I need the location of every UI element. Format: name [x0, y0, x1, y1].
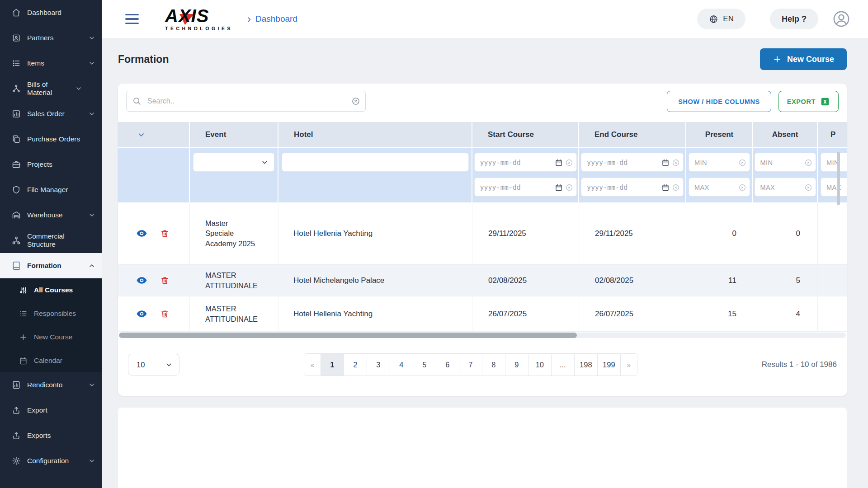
page-button[interactable]: 7 — [459, 353, 482, 376]
breadcrumb[interactable]: › Dashboard — [247, 14, 297, 24]
sidebar-item-label: Export — [27, 406, 95, 414]
brand-logo[interactable]: AXIS TECHNOLOGIES — [165, 7, 233, 31]
partial-max-input[interactable] — [821, 178, 847, 197]
page-button[interactable]: 10 — [528, 353, 552, 376]
sidebar-item-label: File Manager — [27, 186, 95, 194]
header-partial[interactable]: P — [818, 122, 847, 148]
sidebar-item-label: Formation — [27, 262, 82, 270]
page-button[interactable]: 198 — [574, 353, 598, 376]
sidebar-item-label: Purchase Orders — [27, 135, 95, 143]
vertical-scrollbar-thumb[interactable] — [837, 152, 840, 205]
briefcase-icon — [12, 160, 21, 169]
sliders-icon — [19, 286, 28, 295]
sidebar-item-formation[interactable]: Formation — [0, 253, 102, 278]
sidebar-item-configuration[interactable]: Configuration — [0, 448, 102, 474]
sidebar-item-dashboard[interactable]: Dashboard — [0, 0, 102, 25]
submenu-item-calendar[interactable]: Calendar — [0, 349, 102, 372]
page-button[interactable]: 2 — [344, 353, 367, 376]
calendar-icon[interactable] — [555, 183, 563, 192]
calendar-icon[interactable] — [661, 159, 670, 167]
submenu-item-responsibles[interactable]: Responsibles — [0, 302, 102, 325]
show-hide-columns-button[interactable]: SHOW / HIDE COLUMNS — [667, 91, 771, 112]
clear-filter-icon[interactable] — [738, 159, 746, 167]
horizontal-scrollbar-thumb[interactable] — [119, 333, 577, 338]
page-button[interactable]: 8 — [482, 353, 505, 376]
language-label: EN — [723, 14, 734, 23]
delete-icon[interactable] — [160, 229, 170, 238]
clear-filter-icon[interactable] — [804, 159, 812, 167]
present-max-filter — [689, 178, 750, 197]
sidebar-item-projects[interactable]: Projects — [0, 152, 102, 177]
page-button[interactable]: 4 — [390, 353, 413, 376]
clear-filter-icon[interactable] — [672, 159, 680, 167]
view-icon[interactable] — [136, 228, 147, 239]
hotel-cell: Hotel Hellenia Yachting — [278, 296, 472, 332]
language-button[interactable]: EN — [697, 9, 745, 29]
chevron-down-icon — [88, 60, 95, 67]
horizontal-scrollbar[interactable] — [119, 333, 846, 338]
submenu-item-label: Calendar — [34, 357, 62, 365]
sidebar-item-partners[interactable]: Partners — [0, 25, 102, 51]
page-size-select[interactable]: 10 — [128, 354, 179, 375]
header-absent[interactable]: Absent — [753, 122, 818, 148]
view-icon[interactable] — [136, 275, 147, 286]
end-course-min-date — [581, 153, 684, 172]
sidebar-item-warehouse[interactable]: Warehouse — [0, 202, 102, 228]
hotel-filter-input[interactable] — [282, 153, 469, 172]
header-present[interactable]: Present — [686, 122, 753, 148]
page-button[interactable]: 9 — [505, 353, 528, 376]
sidebar-item-file-manager[interactable]: File Manager — [0, 177, 102, 202]
page-button[interactable]: 6 — [436, 353, 459, 376]
toolbar-buttons: SHOW / HIDE COLUMNS EXPORT — [667, 91, 839, 112]
table-row: MASTER ATTITUDINALE Hotel Michelangelo P… — [118, 265, 847, 296]
sidebar-item-items[interactable]: Items — [0, 51, 102, 76]
page-next-button[interactable]: » — [620, 353, 637, 376]
delete-icon[interactable] — [160, 276, 170, 285]
header-event[interactable]: Event — [190, 122, 278, 148]
submenu-item-new-course[interactable]: New Course — [0, 325, 102, 349]
export-button[interactable]: EXPORT — [778, 91, 839, 112]
logo-tagline: TECHNOLOGIES — [165, 26, 233, 31]
expand-all-icon[interactable] — [137, 131, 146, 139]
plus-icon — [773, 55, 782, 64]
sidebar-item-purchase-orders[interactable]: Purchase Orders — [0, 127, 102, 152]
header-end-course[interactable]: End Course — [579, 122, 686, 148]
calendar-icon[interactable] — [661, 183, 670, 192]
partial-min-input[interactable] — [821, 153, 847, 172]
event-filter-select[interactable] — [193, 153, 274, 172]
view-icon[interactable] — [136, 308, 147, 319]
clear-filter-icon[interactable] — [738, 183, 746, 192]
formation-submenu: All Courses Responsibles New Course Cale… — [0, 278, 102, 372]
sidebar-item-exports[interactable]: Exports — [0, 423, 102, 448]
sidebar-item-export[interactable]: Export — [0, 398, 102, 423]
new-course-button[interactable]: New Course — [760, 48, 847, 70]
header-hotel[interactable]: Hotel — [278, 122, 472, 148]
sidebar-item-rendiconto[interactable]: Rendiconto — [0, 372, 102, 398]
page-button[interactable]: 5 — [413, 353, 436, 376]
delete-icon[interactable] — [160, 309, 170, 319]
clear-filter-icon[interactable] — [565, 183, 573, 192]
sidebar-item-label: Commercial Structure — [27, 232, 69, 249]
header-start-course[interactable]: Start Course — [472, 122, 579, 148]
user-avatar[interactable] — [832, 9, 851, 28]
submenu-item-all-courses[interactable]: All Courses — [0, 278, 102, 302]
calendar-icon[interactable] — [555, 159, 563, 167]
sidebar-item-sales-order[interactable]: Sales Order — [0, 101, 102, 127]
hamburger-menu-icon[interactable] — [125, 14, 139, 24]
submenu-item-label: New Course — [34, 333, 72, 341]
clear-filter-icon[interactable] — [672, 183, 680, 192]
page-button[interactable]: 199 — [597, 353, 621, 376]
search-input[interactable] — [126, 91, 366, 112]
page-button[interactable]: 3 — [367, 353, 390, 376]
page-prev-button[interactable]: « — [304, 353, 321, 376]
sidebar-item-bills-of-material[interactable]: Bills of Material — [0, 76, 102, 101]
sidebar-item-commercial-structure[interactable]: Commercial Structure — [0, 228, 102, 253]
page-button[interactable]: 1 — [321, 353, 344, 376]
clear-filter-icon[interactable] — [565, 159, 573, 167]
vertical-scrollbar[interactable] — [837, 152, 840, 332]
sidebar-item-label: Dashboard — [27, 9, 95, 17]
clear-filter-icon[interactable] — [804, 183, 812, 192]
clear-search-icon[interactable] — [351, 97, 360, 106]
help-button[interactable]: Help ? — [770, 9, 818, 29]
filter-partial-min-cell — [818, 148, 847, 176]
